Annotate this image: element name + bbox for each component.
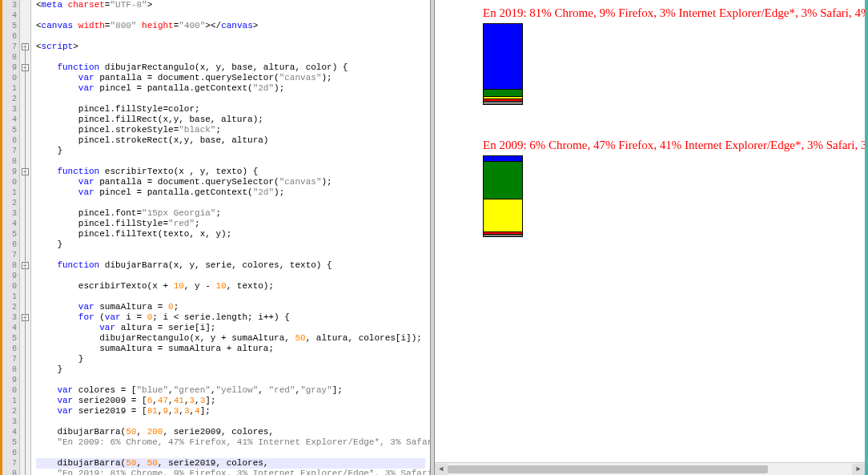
code-line[interactable]: function escribirTexto(x , y, texto) { xyxy=(36,167,425,177)
code-line[interactable]: } xyxy=(36,364,425,375)
code-line[interactable]: <canvas width="800" height="400"></canva… xyxy=(36,21,425,31)
code-line[interactable] xyxy=(36,417,425,427)
bar-segment xyxy=(484,24,522,89)
code-line[interactable] xyxy=(36,94,425,104)
code-line[interactable]: pincel.strokeStyle="black"; xyxy=(36,125,425,135)
code-line[interactable] xyxy=(36,31,425,42)
code-line[interactable]: } xyxy=(36,240,425,250)
chart-label-2019: En 2019: 81% Chrome, 9% Firefox, 3% Inte… xyxy=(483,6,858,20)
bar-segment xyxy=(484,89,522,96)
code-line[interactable]: pincel.fillText(texto, x, y); xyxy=(36,229,425,240)
code-line[interactable]: var sumaAltura = 0; xyxy=(36,302,425,312)
code-line[interactable]: var pincel = pantalla.getContext("2d"); xyxy=(36,83,425,94)
bar-stack-2019 xyxy=(483,23,523,105)
code-line[interactable]: dibujarRectangulo(x, y + sumaAltura, 50,… xyxy=(36,333,425,344)
code-editor-pane: 3456789012345678901234567890123456789012… xyxy=(0,0,430,475)
code-line[interactable]: function dibujarBarra(x, y, serie, color… xyxy=(36,260,425,271)
code-line[interactable]: pincel.font="15px Georgia"; xyxy=(36,208,425,219)
code-line[interactable] xyxy=(36,156,425,167)
code-line[interactable] xyxy=(36,52,425,62)
code-line[interactable]: var serie2009 = [6,47,41,3,3]; xyxy=(36,396,425,406)
code-line[interactable]: var serie2019 = [81,9,3,3,4]; xyxy=(36,406,425,417)
code-line[interactable]: dibujarBarra(50, 200, serie2009, colores… xyxy=(36,427,425,437)
bar-stack-2009 xyxy=(483,155,523,237)
code-line[interactable]: "En 2009: 6% Chrome, 47% Firefox, 41% In… xyxy=(36,437,425,448)
code-line[interactable] xyxy=(36,271,425,281)
code-line[interactable] xyxy=(36,448,425,458)
code-line[interactable]: var colores = ["blue","green","yellow", … xyxy=(36,385,425,396)
bar-segment xyxy=(484,101,522,104)
code-line[interactable]: var altura = serie[i]; xyxy=(36,323,425,333)
code-line[interactable]: var pantalla = document.querySelector("c… xyxy=(36,73,425,83)
preview-pane: En 2019: 81% Chrome, 9% Firefox, 3% Inte… xyxy=(435,0,868,475)
code-line[interactable]: var pantalla = document.querySelector("c… xyxy=(36,177,425,187)
code-line[interactable]: pincel.strokeRect(x,y, base, altura) xyxy=(36,135,425,146)
code-line[interactable]: dibujarBarra(50, 50, serie2019, colores, xyxy=(36,458,425,469)
chart-label-2009: En 2009: 6% Chrome, 47% Firefox, 41% Int… xyxy=(483,139,858,152)
bar-segment xyxy=(484,234,522,236)
code-line[interactable]: function dibujarRectangulo(x, y, base, a… xyxy=(36,62,425,73)
code-line[interactable]: <meta charset="UTF-8"> xyxy=(36,0,425,10)
code-line[interactable]: } xyxy=(36,146,425,156)
code-line[interactable]: "En 2019: 81% Chrome, 9% Firefox, 3% Int… xyxy=(36,469,425,475)
code-line[interactable]: for (var i = 0; i < serie.length; i++) { xyxy=(36,312,425,323)
code-line[interactable]: pincel.fillRect(x,y, base, altura); xyxy=(36,115,425,125)
code-line[interactable] xyxy=(36,250,425,260)
code-line[interactable]: var pincel = pantalla.getContext("2d"); xyxy=(36,187,425,198)
scrollbar-thumb[interactable] xyxy=(448,465,768,473)
scroll-left-icon[interactable]: ◄ xyxy=(435,464,448,475)
code-line[interactable] xyxy=(36,198,425,208)
scroll-right-icon[interactable]: ► xyxy=(852,464,865,475)
code-line[interactable] xyxy=(36,292,425,302)
code-line[interactable]: sumaAltura = sumaAltura + altura; xyxy=(36,344,425,354)
code-line[interactable]: } xyxy=(36,354,425,364)
code-line[interactable]: pincel.fillStyle=color; xyxy=(36,104,425,115)
bar-segment xyxy=(484,161,522,199)
code-line[interactable]: <script> xyxy=(36,42,425,52)
code-text-area[interactable]: <meta charset="UTF-8"><canvas width="800… xyxy=(31,0,430,475)
code-line[interactable] xyxy=(36,10,425,21)
code-line[interactable]: escribirTexto(x + 10, y - 10, texto); xyxy=(36,281,425,292)
horizontal-scrollbar[interactable]: ◄ ► xyxy=(435,462,865,475)
bar-segment xyxy=(484,199,522,231)
code-line[interactable]: pincel.fillStyle="red"; xyxy=(36,219,425,229)
code-line[interactable] xyxy=(36,375,425,385)
line-number-gutter: 3456789012345678901234567890123456789012… xyxy=(2,0,20,475)
fold-gutter: −−−−− xyxy=(20,0,31,475)
